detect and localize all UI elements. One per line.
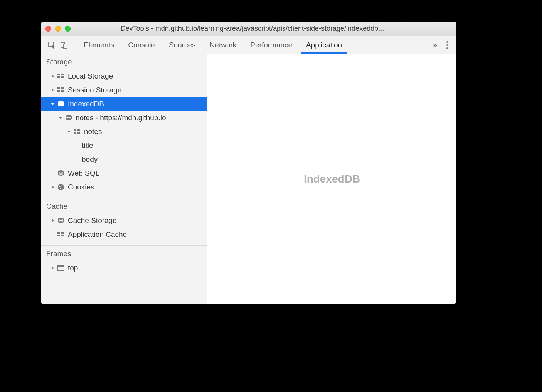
tree-item-web-sql[interactable]: Web SQL [41,166,207,180]
main-content: IndexedDB [207,54,456,304]
tree-item-label: Session Storage [68,86,121,94]
tab-performance[interactable]: Performance [243,36,299,54]
svg-rect-4 [61,74,64,75]
table-icon [57,86,65,94]
tree-item-idb-database[interactable]: notes - https://mdn.github.io [41,111,207,125]
tab-console[interactable]: Console [121,36,162,54]
titlebar: DevTools - mdn.github.io/learning-area/j… [41,22,456,36]
table-icon [73,128,81,136]
tree-item-label: title [82,141,93,150]
disclosure-icon [52,266,54,270]
tree-item-index-body[interactable]: body [41,152,207,166]
window-title: DevTools - mdn.github.io/learning-area/j… [53,25,452,33]
database-icon [57,169,65,177]
svg-rect-29 [58,266,64,267]
tree-item-cache-storage[interactable]: Cache Storage [41,214,207,228]
tree-item-label: top [68,264,78,272]
tree-item-local-storage[interactable]: Local Storage [41,69,207,83]
svg-rect-27 [61,235,64,236]
frame-icon [57,264,65,272]
tree-item-frame-top[interactable]: top [41,261,207,275]
cookie-icon [57,183,65,191]
tree-item-idb-store[interactable]: notes [41,125,207,139]
database-icon [57,100,65,108]
disclosure-icon [52,219,54,223]
svg-rect-16 [77,132,80,134]
main-heading: IndexedDB [304,173,360,185]
panel-body: Storage Local Storage Session Storage [41,54,456,304]
section-header-cache: Cache [41,198,207,214]
svg-point-18 [58,184,64,190]
svg-rect-8 [61,87,64,89]
database-icon [57,217,65,224]
tab-strip: Elements Console Sources Network Perform… [77,36,433,54]
tree-item-label: Web SQL [68,169,99,178]
svg-rect-26 [57,235,60,236]
disclosure-icon [51,103,55,105]
svg-point-23 [58,218,64,220]
tree-item-application-cache[interactable]: Application Cache [41,228,207,241]
disclosure-icon [67,131,71,133]
inspect-element-icon[interactable] [48,41,56,49]
tree-item-index-title[interactable]: title [41,139,207,152]
svg-rect-6 [61,76,64,78]
devtools-window: DevTools - mdn.github.io/learning-area/j… [41,22,456,304]
tree-item-cookies[interactable]: Cookies [41,180,207,194]
toolbar-left-icons [44,40,72,50]
tree-item-label: IndexedDB [68,100,104,108]
svg-rect-9 [57,90,60,92]
tab-network[interactable]: Network [203,36,244,54]
tree-item-indexeddb[interactable]: IndexedDB [41,97,207,111]
svg-point-21 [60,188,61,189]
tree-item-session-storage[interactable]: Session Storage [41,83,207,97]
svg-rect-10 [61,90,64,92]
device-toolbar-icon[interactable] [60,41,68,49]
svg-rect-25 [61,232,64,234]
svg-point-20 [61,186,62,187]
application-sidebar: Storage Local Storage Session Storage [41,54,207,304]
disclosure-icon [52,185,54,189]
svg-rect-24 [57,232,60,234]
tree-item-label: Local Storage [68,72,113,80]
svg-rect-2 [64,44,67,49]
section-header-storage: Storage [41,54,207,69]
tab-elements[interactable]: Elements [77,36,121,54]
svg-rect-13 [74,129,76,131]
tab-application[interactable]: Application [299,36,349,54]
svg-point-12 [66,115,71,117]
disclosure-icon [52,74,54,78]
svg-rect-15 [74,132,76,134]
svg-rect-7 [57,87,60,89]
toolbar-right: » [433,40,453,50]
svg-rect-14 [77,129,80,131]
database-icon [65,114,72,122]
tree-item-label: Cache Storage [68,216,117,225]
disclosure-icon [52,88,54,92]
toolbar: Elements Console Sources Network Perform… [41,36,456,54]
tree-item-label: Cookies [68,183,94,191]
svg-point-17 [58,170,64,173]
tab-sources[interactable]: Sources [162,36,203,54]
svg-point-22 [62,188,62,188]
disclosure-icon [59,117,62,119]
table-icon [57,231,65,238]
svg-rect-5 [57,76,60,78]
table-icon [57,72,65,80]
tree-item-label: notes - https://mdn.github.io [76,114,166,122]
overflow-tabs-icon[interactable]: » [433,40,436,49]
svg-point-19 [59,186,61,187]
tree-item-label: notes [84,127,102,136]
tree-item-label: body [82,155,98,164]
svg-rect-3 [57,74,60,75]
section-header-frames: Frames [41,245,207,261]
close-icon[interactable] [45,26,51,32]
more-options-icon[interactable] [443,40,449,50]
tree-item-label: Application Cache [68,230,127,239]
